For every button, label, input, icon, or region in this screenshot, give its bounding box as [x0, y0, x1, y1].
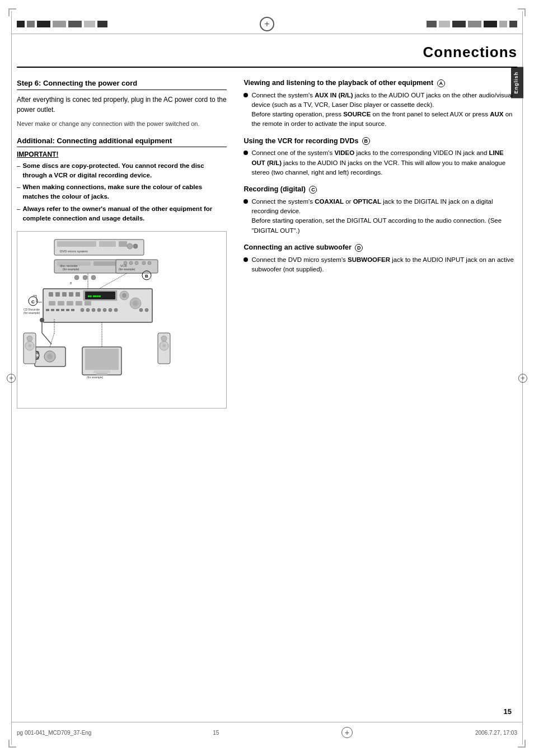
bar-block [509, 21, 517, 27]
viewing-circle-label: A [437, 79, 445, 87]
vcr-bullet-text: Connect one of the system's VIDEO jacks … [251, 148, 517, 177]
svg-point-82 [47, 354, 53, 359]
footer: pg 001-041_MCD709_37-Eng 15 2006.7.27, 1… [17, 726, 517, 739]
top-bar-right [427, 21, 517, 27]
bullet-item-2: – When making connections, make sure the… [17, 182, 227, 202]
svg-text:C: C [31, 299, 35, 304]
svg-point-93 [28, 344, 31, 348]
footer-left: pg 001-041_MCD709_37-Eng [17, 730, 91, 736]
svg-rect-31 [76, 301, 82, 306]
bar-block [68, 21, 82, 27]
svg-point-95 [161, 336, 167, 341]
bar-block [427, 21, 437, 27]
viewing-section: Viewing and listening to the playback of… [243, 79, 517, 129]
diagram-svg: DVD micro system disc recorder (for exam… [21, 235, 172, 403]
subwoofer-title: Connecting an active subwoofer D [243, 243, 517, 252]
bar-block [499, 21, 507, 27]
columns: Step 6: Connecting the power cord After … [17, 79, 517, 408]
bar-block [97, 21, 107, 27]
bullet-text-2: When making connections, make sure the c… [22, 182, 227, 202]
recording-title: Recording (digital) C [243, 185, 517, 194]
step-body: After everything is conec ted properly, … [17, 95, 227, 115]
bar-block [452, 21, 466, 27]
svg-point-4 [127, 243, 133, 249]
footer-middle-number: 15 [213, 730, 219, 736]
bar-block [84, 21, 95, 27]
bullet-dot-icon [243, 199, 248, 204]
svg-rect-32 [85, 301, 91, 306]
recording-bullet-text: Connect the system's COAXIAL or OPTICAL … [251, 197, 517, 236]
svg-point-34 [133, 300, 138, 306]
crosshair-top-center [259, 16, 275, 32]
vcr-title-text: Using the VCR for recording DVDs [243, 137, 358, 145]
corner-tr [518, 8, 526, 16]
svg-point-27 [122, 293, 127, 298]
svg-point-14 [83, 275, 87, 280]
bar-block [27, 21, 35, 27]
svg-rect-35 [46, 309, 49, 311]
svg-point-48 [139, 308, 143, 312]
svg-point-91 [27, 336, 32, 341]
svg-rect-3 [119, 241, 127, 247]
bullet-text-1: Some discs are copy-protected. You canno… [22, 161, 227, 181]
diagram-container: DVD micro system disc recorder (for exam… [17, 231, 227, 408]
additional-heading: Additional: Connecting additional equipm… [17, 137, 227, 147]
bullet-dot-icon [243, 257, 248, 262]
page-title: Connections [17, 39, 517, 68]
step-heading: Step 6: Connecting the power cord [17, 79, 227, 90]
svg-rect-37 [56, 309, 59, 311]
svg-line-79 [42, 333, 51, 344]
svg-text:B: B [70, 281, 72, 285]
page-number: 15 [504, 707, 512, 716]
corner-bl [8, 740, 16, 748]
right-column: Viewing and listening to the playback of… [243, 79, 517, 408]
svg-point-57 [124, 261, 127, 265]
border-top [11, 34, 523, 34]
svg-point-45 [103, 308, 106, 312]
svg-rect-30 [67, 301, 73, 306]
vcr-circle-label: B [362, 137, 370, 145]
svg-text:DVD micro system: DVD micro system [60, 250, 88, 253]
svg-rect-28 [49, 301, 55, 306]
subwoofer-title-text: Connecting an active subwoofer [243, 243, 351, 251]
svg-line-89 [50, 333, 54, 347]
bullet-dot-icon [243, 93, 248, 97]
svg-text:■■ ■■■■: ■■ ■■■■ [88, 294, 101, 298]
svg-point-60 [142, 261, 146, 265]
svg-point-59 [135, 261, 138, 265]
svg-point-42 [86, 308, 90, 312]
svg-rect-36 [51, 309, 54, 311]
bullet-dash: – [17, 182, 20, 202]
subwoofer-bullet-text: Connect the DVD micro system's SUBWOOFER… [251, 255, 517, 275]
svg-rect-38 [61, 309, 64, 311]
subwoofer-section: Connecting an active subwoofer D Connect… [243, 243, 517, 274]
top-bar [0, 16, 534, 32]
svg-point-15 [91, 275, 96, 280]
svg-rect-39 [66, 309, 69, 311]
main-content: Connections Step 6: Connecting the power… [17, 39, 517, 717]
bar-block [17, 21, 25, 27]
svg-rect-20 [62, 292, 67, 297]
svg-rect-18 [49, 292, 53, 297]
svg-text:(for example): (for example) [24, 311, 40, 314]
top-bar-left [17, 21, 107, 27]
bullet-dash: – [17, 161, 20, 181]
bar-block [468, 21, 481, 27]
svg-point-5 [133, 244, 138, 248]
svg-rect-9 [93, 261, 116, 266]
bar-block [439, 21, 450, 27]
svg-rect-21 [69, 292, 73, 297]
svg-point-77 [40, 318, 44, 322]
svg-text:B: B [145, 274, 148, 279]
bar-block [53, 21, 66, 27]
svg-point-44 [97, 308, 101, 312]
bullet-item-3: – Always refer to the owner's manual of … [17, 204, 227, 224]
recording-circle-label: C [309, 186, 317, 194]
bullet-dash: – [17, 204, 20, 224]
svg-rect-75 [93, 370, 110, 373]
svg-rect-1 [57, 241, 96, 247]
border-bottom [11, 722, 523, 722]
vcr-section: Using the VCR for recording DVDs B Conne… [243, 137, 517, 177]
svg-point-43 [92, 308, 95, 312]
svg-rect-74 [85, 349, 119, 370]
